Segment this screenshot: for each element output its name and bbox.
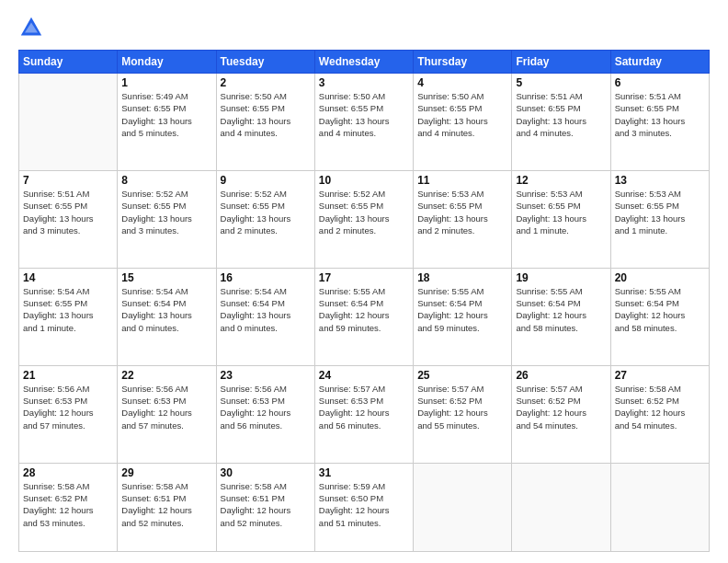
calendar-cell: 16Sunrise: 5:54 AMSunset: 6:54 PMDayligh… xyxy=(216,268,314,365)
day-number: 22 xyxy=(121,369,211,382)
calendar-header-sunday: Sunday xyxy=(19,51,118,74)
day-number: 8 xyxy=(121,174,211,187)
day-number: 23 xyxy=(221,369,311,382)
calendar-cell: 5Sunrise: 5:51 AMSunset: 6:55 PMDaylight… xyxy=(512,74,610,171)
day-number: 12 xyxy=(516,174,606,187)
day-info: Sunrise: 5:52 AMSunset: 6:55 PMDaylight:… xyxy=(121,188,211,236)
day-info: Sunrise: 5:58 AMSunset: 6:52 PMDaylight:… xyxy=(23,480,113,529)
day-info: Sunrise: 5:51 AMSunset: 6:55 PMDaylight:… xyxy=(516,90,606,139)
day-info: Sunrise: 5:51 AMSunset: 6:55 PMDaylight:… xyxy=(23,188,113,236)
day-info: Sunrise: 5:58 AMSunset: 6:51 PMDaylight:… xyxy=(221,480,311,529)
day-info: Sunrise: 5:58 AMSunset: 6:52 PMDaylight:… xyxy=(615,383,705,431)
calendar-header-friday: Friday xyxy=(512,51,610,74)
calendar-cell: 30Sunrise: 5:58 AMSunset: 6:51 PMDayligh… xyxy=(216,463,314,551)
day-info: Sunrise: 5:56 AMSunset: 6:53 PMDaylight:… xyxy=(221,383,311,431)
calendar-cell: 12Sunrise: 5:53 AMSunset: 6:55 PMDayligh… xyxy=(512,170,610,268)
day-number: 4 xyxy=(417,76,507,89)
day-info: Sunrise: 5:51 AMSunset: 6:55 PMDaylight:… xyxy=(615,90,705,139)
calendar-cell: 19Sunrise: 5:55 AMSunset: 6:54 PMDayligh… xyxy=(512,268,610,365)
calendar-cell: 11Sunrise: 5:53 AMSunset: 6:55 PMDayligh… xyxy=(414,170,512,268)
day-number: 20 xyxy=(615,271,705,284)
logo-icon xyxy=(18,15,44,40)
day-number: 2 xyxy=(221,76,311,89)
day-number: 7 xyxy=(23,174,113,187)
day-number: 26 xyxy=(516,369,606,382)
calendar-header-tuesday: Tuesday xyxy=(216,51,314,74)
day-number: 3 xyxy=(319,76,409,89)
calendar-cell: 31Sunrise: 5:59 AMSunset: 6:50 PMDayligh… xyxy=(314,463,413,551)
day-info: Sunrise: 5:52 AMSunset: 6:55 PMDaylight:… xyxy=(221,188,311,236)
calendar-cell: 28Sunrise: 5:58 AMSunset: 6:52 PMDayligh… xyxy=(19,463,118,551)
day-info: Sunrise: 5:56 AMSunset: 6:53 PMDaylight:… xyxy=(23,383,113,431)
calendar-week-4: 21Sunrise: 5:56 AMSunset: 6:53 PMDayligh… xyxy=(19,365,710,463)
calendar-cell xyxy=(414,463,512,551)
day-info: Sunrise: 5:55 AMSunset: 6:54 PMDaylight:… xyxy=(516,285,606,334)
calendar-week-2: 7Sunrise: 5:51 AMSunset: 6:55 PMDaylight… xyxy=(19,170,710,268)
calendar-cell: 2Sunrise: 5:50 AMSunset: 6:55 PMDaylight… xyxy=(216,74,314,171)
day-info: Sunrise: 5:57 AMSunset: 6:52 PMDaylight:… xyxy=(516,383,606,431)
calendar-cell: 4Sunrise: 5:50 AMSunset: 6:55 PMDaylight… xyxy=(414,74,512,171)
day-number: 31 xyxy=(319,466,409,479)
calendar-cell: 10Sunrise: 5:52 AMSunset: 6:55 PMDayligh… xyxy=(314,170,413,268)
day-info: Sunrise: 5:55 AMSunset: 6:54 PMDaylight:… xyxy=(319,285,409,334)
calendar-cell: 18Sunrise: 5:55 AMSunset: 6:54 PMDayligh… xyxy=(414,268,512,365)
calendar-cell: 23Sunrise: 5:56 AMSunset: 6:53 PMDayligh… xyxy=(216,365,314,463)
calendar-cell: 25Sunrise: 5:57 AMSunset: 6:52 PMDayligh… xyxy=(414,365,512,463)
day-number: 24 xyxy=(319,369,409,382)
day-info: Sunrise: 5:54 AMSunset: 6:54 PMDaylight:… xyxy=(221,285,311,334)
day-info: Sunrise: 5:59 AMSunset: 6:50 PMDaylight:… xyxy=(319,480,409,529)
calendar-week-5: 28Sunrise: 5:58 AMSunset: 6:52 PMDayligh… xyxy=(19,463,710,551)
calendar-header-monday: Monday xyxy=(118,51,216,74)
calendar-header-saturday: Saturday xyxy=(610,51,709,74)
calendar-cell xyxy=(19,74,118,171)
day-info: Sunrise: 5:57 AMSunset: 6:53 PMDaylight:… xyxy=(319,383,409,431)
calendar-week-1: 1Sunrise: 5:49 AMSunset: 6:55 PMDaylight… xyxy=(19,74,710,171)
page: SundayMondayTuesdayWednesdayThursdayFrid… xyxy=(0,0,728,563)
day-number: 6 xyxy=(615,76,705,89)
day-info: Sunrise: 5:54 AMSunset: 6:54 PMDaylight:… xyxy=(121,285,211,334)
day-number: 13 xyxy=(615,174,705,187)
day-number: 10 xyxy=(319,174,409,187)
calendar-cell: 6Sunrise: 5:51 AMSunset: 6:55 PMDaylight… xyxy=(610,74,709,171)
day-number: 5 xyxy=(516,76,606,89)
day-info: Sunrise: 5:53 AMSunset: 6:55 PMDaylight:… xyxy=(615,188,705,236)
day-number: 25 xyxy=(417,369,507,382)
day-number: 15 xyxy=(121,271,211,284)
calendar-cell: 8Sunrise: 5:52 AMSunset: 6:55 PMDaylight… xyxy=(118,170,216,268)
day-number: 27 xyxy=(615,369,705,382)
calendar-cell: 22Sunrise: 5:56 AMSunset: 6:53 PMDayligh… xyxy=(118,365,216,463)
calendar-cell: 27Sunrise: 5:58 AMSunset: 6:52 PMDayligh… xyxy=(610,365,709,463)
day-number: 29 xyxy=(121,466,211,479)
calendar-cell xyxy=(610,463,709,551)
day-info: Sunrise: 5:50 AMSunset: 6:55 PMDaylight:… xyxy=(319,90,409,139)
day-number: 11 xyxy=(417,174,507,187)
calendar-cell: 29Sunrise: 5:58 AMSunset: 6:51 PMDayligh… xyxy=(118,463,216,551)
day-info: Sunrise: 5:55 AMSunset: 6:54 PMDaylight:… xyxy=(417,285,507,334)
day-info: Sunrise: 5:53 AMSunset: 6:55 PMDaylight:… xyxy=(417,188,507,236)
day-number: 28 xyxy=(23,466,113,479)
day-info: Sunrise: 5:49 AMSunset: 6:55 PMDaylight:… xyxy=(121,90,211,139)
day-number: 30 xyxy=(221,466,311,479)
day-info: Sunrise: 5:58 AMSunset: 6:51 PMDaylight:… xyxy=(121,480,211,529)
calendar-cell: 21Sunrise: 5:56 AMSunset: 6:53 PMDayligh… xyxy=(19,365,118,463)
calendar-week-3: 14Sunrise: 5:54 AMSunset: 6:55 PMDayligh… xyxy=(19,268,710,365)
calendar-cell: 1Sunrise: 5:49 AMSunset: 6:55 PMDaylight… xyxy=(118,74,216,171)
day-info: Sunrise: 5:50 AMSunset: 6:55 PMDaylight:… xyxy=(417,90,507,139)
calendar-header-thursday: Thursday xyxy=(414,51,512,74)
calendar-cell xyxy=(512,463,610,551)
day-number: 1 xyxy=(121,76,211,89)
calendar-header-wednesday: Wednesday xyxy=(314,51,413,74)
day-info: Sunrise: 5:52 AMSunset: 6:55 PMDaylight:… xyxy=(319,188,409,236)
calendar-cell: 14Sunrise: 5:54 AMSunset: 6:55 PMDayligh… xyxy=(19,268,118,365)
calendar-cell: 13Sunrise: 5:53 AMSunset: 6:55 PMDayligh… xyxy=(610,170,709,268)
day-info: Sunrise: 5:55 AMSunset: 6:54 PMDaylight:… xyxy=(615,285,705,334)
calendar-cell: 3Sunrise: 5:50 AMSunset: 6:55 PMDaylight… xyxy=(314,74,413,171)
day-info: Sunrise: 5:57 AMSunset: 6:52 PMDaylight:… xyxy=(417,383,507,431)
calendar-cell: 26Sunrise: 5:57 AMSunset: 6:52 PMDayligh… xyxy=(512,365,610,463)
calendar-header-row: SundayMondayTuesdayWednesdayThursdayFrid… xyxy=(19,51,710,74)
day-number: 16 xyxy=(221,271,311,284)
calendar-cell: 9Sunrise: 5:52 AMSunset: 6:55 PMDaylight… xyxy=(216,170,314,268)
calendar-cell: 7Sunrise: 5:51 AMSunset: 6:55 PMDaylight… xyxy=(19,170,118,268)
day-info: Sunrise: 5:56 AMSunset: 6:53 PMDaylight:… xyxy=(121,383,211,431)
calendar-table: SundayMondayTuesdayWednesdayThursdayFrid… xyxy=(18,50,710,552)
